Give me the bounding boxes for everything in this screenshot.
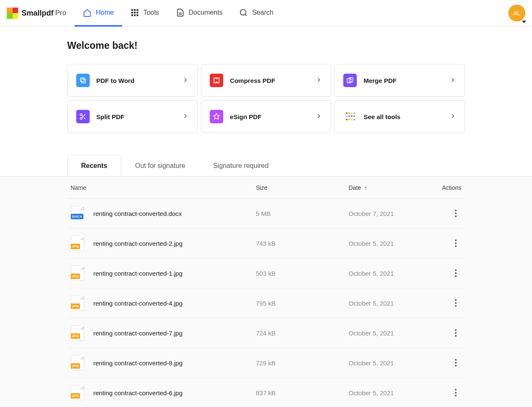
more-icon: [455, 389, 457, 396]
tool-pdf-to-word[interactable]: PDF to Word: [67, 64, 198, 97]
search-icon: [239, 8, 248, 17]
sort-arrow-icon: ↑: [364, 184, 367, 191]
avatar: AL: [508, 5, 525, 21]
table-row[interactable]: DOCX renting contract-converted.docx 5 M…: [67, 199, 465, 229]
nav-search-label: Search: [252, 9, 273, 16]
header: Smallpdf Pro Home Tools Documents Searc: [0, 0, 532, 27]
file-size: 724 kB: [256, 330, 349, 337]
chevron-right-icon: [315, 113, 322, 121]
avatar-menu[interactable]: AL: [508, 5, 525, 21]
file-size: 743 kB: [256, 240, 349, 247]
svg-line-12: [245, 14, 247, 16]
tool-merge-pdf[interactable]: Merge PDF: [334, 64, 465, 97]
file-size: 837 kB: [256, 389, 349, 396]
tab-out-for-signature[interactable]: Out for signature: [121, 155, 199, 176]
table-row[interactable]: JPG renting contract-converted-4.jpg 795…: [67, 288, 465, 318]
file-name: renting contract-converted-4.jpg: [94, 300, 183, 307]
more-actions-button[interactable]: [450, 237, 462, 249]
file-date: October 5, 2021: [349, 240, 436, 247]
nav-documents[interactable]: Documents: [168, 0, 231, 27]
logo-text: Smallpdf: [21, 9, 53, 18]
file-date: October 5, 2021: [349, 270, 436, 277]
file-type-badge: JPG: [71, 333, 80, 339]
file-date: October 5, 2021: [349, 300, 436, 307]
col-header-size[interactable]: Size: [256, 184, 349, 191]
recent-area: Name Size Date ↑ Actions DOCX renting co…: [0, 176, 532, 407]
svg-point-20: [80, 114, 82, 116]
col-header-date[interactable]: Date ↑: [349, 184, 436, 191]
chevron-down-icon: [522, 21, 526, 23]
svg-rect-6: [131, 14, 133, 16]
chevron-right-icon: [449, 113, 456, 121]
logo[interactable]: Smallpdf Pro: [7, 8, 66, 19]
file-icon: JPG: [71, 266, 84, 281]
nav-tools[interactable]: Tools: [122, 0, 167, 27]
chevron-right-icon: [182, 113, 189, 121]
more-actions-button[interactable]: [450, 297, 462, 309]
svg-rect-13: [80, 78, 84, 82]
tool-split-pdf[interactable]: Split PDF: [67, 100, 198, 133]
table-row[interactable]: JPG renting contract-converted-2.jpg 743…: [67, 229, 465, 258]
more-actions-button[interactable]: [450, 207, 462, 219]
svg-rect-0: [131, 9, 133, 11]
svg-line-24: [82, 115, 83, 117]
date-label: Date: [349, 184, 361, 191]
file-name: renting contract-converted-6.jpg: [94, 389, 183, 396]
svg-rect-2: [136, 9, 138, 11]
file-icon: JPG: [71, 355, 84, 370]
tool-label: PDF to Word: [96, 77, 182, 84]
tool-label: Merge PDF: [364, 77, 449, 84]
table-row[interactable]: JPG renting contract-converted-6.jpg 837…: [67, 378, 465, 407]
file-date: October 5, 2021: [349, 359, 436, 367]
tool-label: eSign PDF: [230, 113, 315, 120]
file-type-badge: JPG: [71, 363, 80, 369]
table-row[interactable]: JPG renting contract-converted-8.jpg 729…: [67, 348, 465, 378]
chevron-right-icon: [182, 77, 189, 85]
tool-esign-pdf[interactable]: eSign PDF: [201, 100, 331, 133]
tool-label: Compress PDF: [230, 77, 315, 84]
svg-rect-5: [136, 11, 138, 13]
svg-rect-15: [214, 78, 219, 83]
all-tools-icon: [343, 110, 357, 123]
file-size: 5 MB: [256, 210, 349, 217]
file-name: renting contract-converted-8.jpg: [94, 359, 183, 367]
home-icon: [83, 8, 91, 17]
tool-grid: PDF to Word Compress PDF Merge PDF: [67, 64, 465, 133]
more-actions-button[interactable]: [450, 387, 462, 399]
tool-compress-pdf[interactable]: Compress PDF: [201, 64, 331, 97]
more-actions-button[interactable]: [450, 357, 462, 369]
svg-line-23: [83, 117, 85, 119]
col-header-name[interactable]: Name: [71, 184, 256, 191]
tool-see-all[interactable]: See all tools: [334, 100, 465, 133]
nav-home[interactable]: Home: [75, 0, 122, 27]
file-size: 503 kB: [256, 270, 349, 277]
nav-search[interactable]: Search: [231, 0, 282, 27]
tab-signature-required[interactable]: Signature required: [199, 155, 283, 176]
file-type-badge: JPG: [71, 274, 80, 279]
nav-home-label: Home: [96, 9, 114, 16]
nav-tools-label: Tools: [143, 9, 159, 16]
file-icon: JPG: [71, 325, 84, 340]
file-date: October 5, 2021: [349, 330, 436, 337]
more-actions-button[interactable]: [450, 327, 462, 339]
svg-rect-14: [82, 79, 86, 83]
table-row[interactable]: JPG renting contract-converted-7.jpg 724…: [67, 318, 465, 348]
tab-recents[interactable]: Recents: [67, 155, 121, 176]
tabs: Recents Out for signature Signature requ…: [67, 155, 465, 176]
table-row[interactable]: JPG renting contract-converted-1.jpg 503…: [67, 258, 465, 288]
more-icon: [455, 299, 457, 307]
page-title: Welcome back!: [67, 40, 465, 51]
file-type-badge: JPG: [71, 303, 80, 309]
col-header-actions: Actions: [436, 184, 462, 191]
split-icon: [76, 110, 90, 123]
file-type-badge: DOCX: [71, 214, 83, 219]
file-name: renting contract-converted-7.jpg: [94, 330, 183, 337]
svg-rect-1: [134, 9, 136, 11]
file-icon: DOCX: [71, 206, 84, 221]
more-actions-button[interactable]: [450, 267, 462, 279]
esign-icon: [210, 110, 223, 123]
file-icon: JPG: [71, 295, 84, 311]
file-name: renting contract-converted-2.jpg: [94, 240, 183, 247]
file-date: October 5, 2021: [349, 389, 436, 396]
more-icon: [455, 329, 457, 337]
